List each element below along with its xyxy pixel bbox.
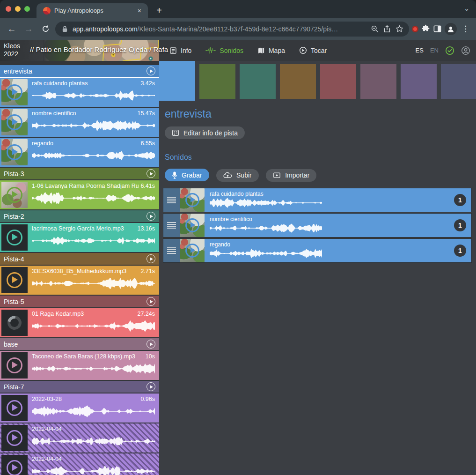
sound-thumbnail[interactable] xyxy=(1,395,28,421)
sound-thumbnail[interactable] xyxy=(1,182,28,208)
address-bar[interactable]: app.antropoloops.com/Kleos-Santa-Marina/… xyxy=(55,22,409,37)
sound-thumbnail[interactable] xyxy=(1,139,28,165)
upload-label: Subir xyxy=(236,171,252,179)
forward-button[interactable]: → xyxy=(22,22,36,36)
sound-item[interactable]: rafa cuidando plantas3.42s xyxy=(0,77,159,107)
reload-button[interactable] xyxy=(38,22,52,36)
sound-item[interactable]: lacrimosa Sergio García Merlo.mp313.16s xyxy=(0,223,159,252)
track-header-pista-4[interactable]: Pista-4 xyxy=(0,253,159,265)
sound-thumbnail[interactable] xyxy=(180,214,205,237)
track-header-pista-2[interactable]: Pista-2 xyxy=(0,210,159,222)
tab-title: Play Antropoloops xyxy=(54,7,132,14)
waveform xyxy=(32,277,155,290)
site-favicon xyxy=(43,7,51,15)
sound-item[interactable]: 1-06 Lavanya Rama Poorna Shadjam Rupak..… xyxy=(0,180,159,209)
url-text[interactable]: app.antropoloops.com/Kleos-Santa-Marina/… xyxy=(73,25,366,33)
profile-button[interactable] xyxy=(445,23,457,35)
track-header-pista-5[interactable]: Pista-5 xyxy=(0,296,159,307)
sound-item[interactable]: 33ESX6038_B5_Muthedukkum.mp32.71s xyxy=(0,266,159,295)
import-button[interactable]: Importar xyxy=(266,169,316,182)
nav-tab-sonidos[interactable]: Sonidos xyxy=(205,47,243,54)
play-overlay-icon xyxy=(7,114,22,130)
track-swatch[interactable] xyxy=(280,64,316,99)
sound-thumbnail[interactable] xyxy=(1,352,28,379)
sound-title: lacrimosa Sergio García Merlo.mp3 xyxy=(32,225,135,232)
play-overlay-icon xyxy=(185,193,199,207)
sound-thumbnail[interactable] xyxy=(180,188,205,212)
track-header-pista-3[interactable]: Pista-3 xyxy=(0,168,159,179)
track-swatch[interactable] xyxy=(360,64,396,99)
track-play-button[interactable] xyxy=(146,382,155,391)
sound-thumbnail[interactable] xyxy=(180,239,205,262)
track-header-pista-7[interactable]: Pista-7 xyxy=(0,381,159,393)
sound-item[interactable]: 01 Raga Kedar.mp327.24s xyxy=(0,308,159,337)
track-play-button[interactable] xyxy=(146,212,155,221)
track-swatch[interactable] xyxy=(441,64,476,99)
sound-item[interactable]: Taconeo de Sara Baras (128 kbps).mp310s xyxy=(0,351,159,380)
drag-handle[interactable] xyxy=(163,214,180,237)
edit-track-info-button[interactable]: Editar info de pista xyxy=(165,126,245,139)
sound-item[interactable]: nombre cientifico15.47s xyxy=(0,108,159,137)
track-play-button[interactable] xyxy=(146,254,155,263)
bookmark-button[interactable] xyxy=(395,25,403,33)
tracks-sidebar: entrevista rafa cuidando plantas3.42s no… xyxy=(0,61,159,475)
account-icon[interactable] xyxy=(461,46,470,55)
zoom-button[interactable] xyxy=(371,25,379,33)
track-play-button[interactable] xyxy=(146,340,155,349)
sound-thumbnail[interactable] xyxy=(1,109,28,135)
nav-tab-mapa[interactable]: Mapa xyxy=(257,47,285,54)
panel-sound-row[interactable]: rafa cuidando plantas 1 xyxy=(163,188,472,212)
sound-thumbnail[interactable] xyxy=(1,310,28,336)
sound-thumbnail[interactable] xyxy=(1,267,28,293)
lang-es-button[interactable]: ES xyxy=(416,47,424,54)
sound-title: 2022-04-04 xyxy=(32,456,153,462)
share-button[interactable] xyxy=(383,25,391,33)
waveform xyxy=(32,435,155,448)
nav-tab-info[interactable]: Info xyxy=(169,47,191,54)
track-detail-panel: entrevista Editar info de pista Sonidos … xyxy=(159,61,476,475)
panel-sound-row[interactable]: nombre cientifico 1 xyxy=(163,213,472,238)
drag-handle[interactable] xyxy=(163,188,180,212)
tab-close-icon[interactable]: × xyxy=(136,7,143,15)
track-name: Pista-5 xyxy=(4,298,146,305)
sound-item-muted[interactable]: 2022-04-04 xyxy=(0,423,159,453)
recording-extension-button[interactable] xyxy=(412,26,418,32)
track-play-button[interactable] xyxy=(146,297,155,306)
track-play-button[interactable] xyxy=(146,169,155,178)
browser-tab[interactable]: Play Antropoloops × xyxy=(37,3,148,18)
panel-sound-row[interactable]: regando 1 xyxy=(163,238,472,263)
nav-tab-tocar[interactable]: Tocar xyxy=(299,46,327,54)
lang-en-button[interactable]: EN xyxy=(430,47,439,54)
track-swatch-entrevista[interactable] xyxy=(159,61,195,101)
back-button[interactable]: ← xyxy=(5,22,19,36)
sound-thumbnail[interactable] xyxy=(1,224,28,251)
sound-thumbnail[interactable] xyxy=(1,79,28,105)
track-swatch[interactable] xyxy=(199,64,235,99)
window-minimize-button[interactable] xyxy=(15,6,21,12)
upload-button[interactable]: Subir xyxy=(216,169,259,182)
window-close-button[interactable] xyxy=(6,6,11,12)
track-swatch[interactable] xyxy=(240,64,276,99)
window-zoom-button[interactable] xyxy=(24,6,30,12)
check-circle-icon[interactable] xyxy=(445,46,454,55)
track-swatch[interactable] xyxy=(320,64,356,99)
app-header: Kleos 2022 // Patio en Bordador Rodrígue… xyxy=(0,40,476,61)
new-tab-button[interactable]: + xyxy=(153,4,166,17)
track-header-base[interactable]: base xyxy=(0,338,159,350)
extensions-button[interactable] xyxy=(421,24,430,33)
side-panel-button[interactable] xyxy=(433,24,442,33)
sound-item-muted[interactable]: 2022-04-04 xyxy=(0,453,159,475)
track-swatch[interactable] xyxy=(401,64,437,99)
sound-thumbnail[interactable] xyxy=(1,455,28,475)
sound-item[interactable]: regando6.55s xyxy=(0,138,159,167)
drag-handle[interactable] xyxy=(163,239,180,262)
track-play-button[interactable] xyxy=(146,67,155,75)
tab-search-chevron-icon[interactable]: ⌄ xyxy=(464,5,469,12)
sound-thumbnail[interactable] xyxy=(1,425,28,451)
cloud-upload-icon xyxy=(223,172,232,179)
sound-item[interactable]: 2022-03-280.96s xyxy=(0,393,159,423)
record-label: Grabar xyxy=(182,171,202,179)
browser-menu-button[interactable]: ⋮ xyxy=(460,24,471,34)
record-button[interactable]: Grabar xyxy=(165,169,209,181)
track-header-entrevista[interactable]: entrevista xyxy=(0,65,159,77)
